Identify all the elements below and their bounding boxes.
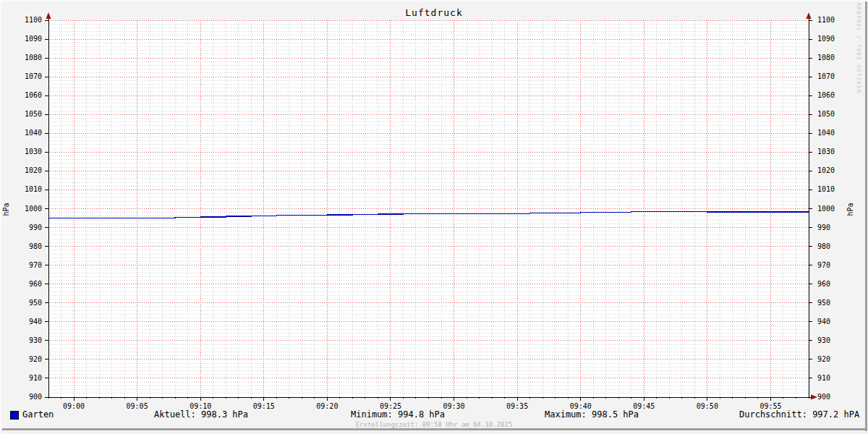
- creation-time-note: Erstellungszeit: 09:58 Uhr am 04.10.2025: [0, 421, 868, 428]
- bevel-right: [865, 1, 867, 431]
- series-color-swatch: [10, 411, 19, 420]
- y-tick-label-right: 1050: [817, 110, 861, 119]
- stat-average: Durchschnitt: 997.2 hPA: [739, 409, 859, 420]
- y-tick-label-right: 1100: [817, 16, 861, 25]
- y-tick-label-left: 920: [0, 355, 42, 364]
- y-tick-label-right: 970: [817, 261, 861, 270]
- y-tick-label-right: 1040: [817, 129, 861, 137]
- y-tick-label-left: 1080: [0, 54, 42, 62]
- series-name-label: Garten: [22, 409, 54, 420]
- rrdtool-graph: Luftdruck 110010901080107010601050104010…: [0, 0, 868, 434]
- y-tick-label-right: 1020: [817, 166, 861, 175]
- y-tick-label-left: 960: [0, 280, 42, 289]
- y-tick-label-right: 1010: [817, 185, 861, 194]
- y-tick-label-left: 980: [0, 242, 42, 251]
- y-tick-label-right: 1090: [817, 35, 861, 43]
- y-tick-label-right: 980: [817, 242, 861, 251]
- y-tick-label-left: 1060: [0, 91, 42, 100]
- bevel-bottom: [2, 428, 865, 430]
- y-tick-label-right: 1030: [817, 148, 861, 156]
- y-tick-label-right: 960: [817, 280, 861, 289]
- stat-maximum: Maximum: 998.5 hPa: [545, 409, 639, 420]
- y-tick-label-left: 930: [0, 336, 42, 345]
- y-axis-unit-right: hPa: [846, 203, 854, 216]
- y-tick-label-right: 930: [817, 336, 861, 345]
- y-tick-label-left: 1090: [0, 35, 42, 43]
- y-tick-label-left: 970: [0, 261, 42, 270]
- y-tick-label-right: 990: [817, 224, 861, 232]
- y-tick-label-right: 900: [817, 393, 861, 401]
- plot-svg: [0, 0, 868, 434]
- y-tick-label-left: 1070: [0, 72, 42, 81]
- y-tick-label-left: 990: [0, 224, 42, 232]
- stat-current: Aktuell: 998.3 hPa: [154, 409, 248, 420]
- y-tick-label-left: 1030: [0, 148, 42, 156]
- legend-row: Garten Aktuell: 998.3 hPa Minimum: 994.8…: [0, 409, 868, 420]
- y-tick-label-left: 910: [0, 374, 42, 383]
- y-tick-label-left: 1020: [0, 166, 42, 175]
- rrdtool-watermark: RRDTOOL / TOBI OETIKER: [856, 3, 861, 94]
- y-tick-label-right: 940: [817, 318, 861, 326]
- y-tick-label-left: 950: [0, 299, 42, 307]
- y-tick-label-left: 900: [0, 393, 42, 401]
- y-tick-label-right: 1000: [817, 205, 861, 213]
- y-tick-label-right: 910: [817, 374, 861, 383]
- y-tick-label-right: 920: [817, 355, 861, 364]
- y-tick-label-right: 1060: [817, 91, 861, 100]
- y-tick-label-right: 1070: [817, 72, 861, 81]
- y-tick-label-left: 940: [0, 318, 42, 326]
- y-axis-unit-left: hPa: [2, 203, 10, 216]
- y-tick-label-right: 950: [817, 299, 861, 307]
- stat-minimum: Minimum: 994.8 hPa: [351, 409, 445, 420]
- y-tick-label-left: 1100: [0, 16, 42, 25]
- y-tick-label-left: 1050: [0, 110, 42, 119]
- y-tick-label-left: 1040: [0, 129, 42, 137]
- y-tick-label-right: 1080: [817, 54, 861, 62]
- y-tick-label-left: 1010: [0, 185, 42, 194]
